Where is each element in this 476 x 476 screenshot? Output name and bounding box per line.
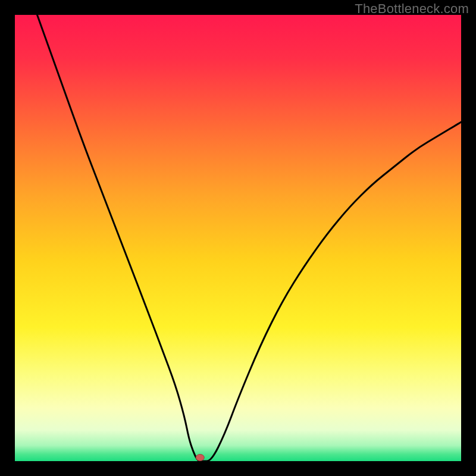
bottleneck-chart [15, 15, 461, 461]
optimal-point-marker [196, 455, 204, 461]
gradient-background [15, 15, 461, 461]
chart-frame: TheBottleneck.com [0, 0, 476, 476]
